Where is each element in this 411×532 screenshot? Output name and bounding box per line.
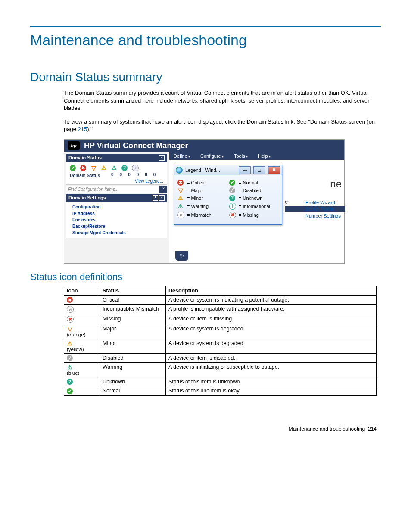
download-icon: [132, 165, 139, 171]
count-2: 0: [128, 172, 131, 178]
domain-status-label: Domain Status: [68, 172, 102, 179]
page-title-h1: Maintenance and troubleshooting: [30, 32, 381, 49]
collapse-icon-2[interactable]: -: [159, 195, 165, 201]
maximize-button[interactable]: ◻: [253, 166, 265, 174]
icon-cell: [64, 353, 100, 363]
top-rule: [30, 26, 381, 27]
critical-icon: [80, 165, 86, 171]
status-cell: Major: [100, 324, 166, 339]
th-icon: Icon: [64, 286, 100, 295]
critical-icon: [67, 297, 73, 303]
collapse-icon[interactable]: -: [159, 155, 165, 161]
bg-text-fragment: ne: [330, 178, 342, 190]
domain-settings-header-label: Domain Settings: [68, 195, 106, 200]
count-4: 0: [145, 172, 147, 178]
legend-label: = Unknown: [239, 196, 278, 201]
table-row: Incompatible/ MismatchA profile is incom…: [64, 305, 377, 314]
legend-titlebar[interactable]: Legend - Wind... — ◻ ✖: [174, 165, 282, 175]
status-cell: Disabled: [100, 353, 166, 363]
menu-configure[interactable]: Configure: [200, 153, 224, 159]
bg-text-fragment-2: e: [285, 199, 288, 205]
page-link-215[interactable]: 215: [78, 126, 87, 132]
domain-status-header[interactable]: Domain Status -: [66, 154, 167, 162]
icon-cell: [64, 314, 100, 324]
icon-cell: [64, 377, 100, 386]
normal-icon: [70, 165, 76, 171]
table-row: MissingA device or item is missing.: [64, 314, 377, 324]
domain-settings-header[interactable]: Domain Settings + -: [66, 194, 167, 202]
view-legend-link[interactable]: View Legend...: [68, 179, 165, 184]
disabled-icon: [67, 355, 73, 361]
paragraph-2b: ).": [87, 126, 93, 132]
status-cell: Critical: [100, 295, 166, 305]
critical-icon: [177, 180, 184, 186]
page-footer: Maintenance and troubleshooting 214: [30, 426, 381, 432]
icon-color-note: (blue): [67, 370, 97, 376]
menu-tools[interactable]: Tools: [234, 153, 248, 159]
footer-text: Maintenance and troubleshooting: [289, 426, 365, 432]
main-area: Define Configure Tools Help ne e Profile…: [169, 152, 344, 263]
major-icon: [177, 187, 184, 193]
sidebar-item-storage-mgmt[interactable]: Storage Mgmt Credentials: [72, 230, 167, 236]
status-cell: Incompatible/ Mismatch: [100, 305, 166, 314]
table-row: (yellow)MinorA device or system is degra…: [64, 339, 377, 354]
domain-status-header-label: Domain Status: [68, 155, 102, 160]
search-help-button[interactable]: ?: [159, 186, 167, 193]
description-cell: A device or system is degraded.: [166, 324, 377, 339]
th-description: Description: [166, 286, 377, 295]
description-cell: A device or system is indicating a poten…: [166, 295, 377, 305]
search-input[interactable]: Find Configuration Items...: [66, 186, 159, 193]
status-cell: Minor: [100, 339, 166, 354]
unknown-icon: [67, 379, 73, 385]
status-cell: Missing: [100, 314, 166, 324]
minor-icon: [177, 195, 184, 201]
mismatch-icon: [67, 306, 74, 313]
legend-window-title: Legend - Wind...: [185, 168, 236, 173]
missing-icon: [67, 316, 74, 323]
sidebar-item-ip-address[interactable]: IP Address: [72, 210, 167, 217]
missing-icon: [229, 212, 236, 218]
link-number-settings[interactable]: Number Settings: [305, 213, 341, 219]
description-cell: Status of this line item is okay.: [166, 386, 377, 396]
major-icon: [67, 326, 73, 332]
description-cell: A device or system is degraded.: [166, 339, 377, 354]
section-title-h2: Domain Status summary: [30, 70, 381, 84]
sidebar-item-configuration[interactable]: Configuration: [72, 204, 167, 210]
domain-status-panel: Domain Status 0 0 0 0 0 0 View Legend...: [66, 162, 167, 185]
paragraph-2: To view a summary of systems that have a…: [64, 118, 377, 133]
normal-icon: [229, 180, 235, 186]
ie-icon: [176, 167, 183, 174]
menu-help[interactable]: Help: [258, 153, 271, 159]
icon-cell: (blue): [64, 363, 100, 377]
paragraph-1: The Domain Status summary provides a cou…: [64, 89, 377, 112]
sidebar-item-enclosures[interactable]: Enclosures: [72, 217, 167, 223]
legend-label: = Critical: [187, 180, 227, 185]
close-button[interactable]: ✖: [268, 166, 280, 174]
unknown-icon: [121, 165, 128, 171]
icon-cell: [64, 295, 100, 305]
minimize-button[interactable]: —: [239, 166, 251, 174]
menu-define[interactable]: Define: [174, 153, 190, 159]
link-profile-wizard[interactable]: Profile Wizard: [305, 199, 341, 206]
link-server-profile[interactable]: Server Profile: [305, 206, 341, 212]
description-cell: Status of this item is unknown.: [166, 377, 377, 386]
mismatch-icon: [177, 212, 184, 218]
legend-grid: = Critical = Normal = Major = Disabled =…: [177, 180, 278, 218]
warning-icon: [67, 364, 73, 370]
legend-label: = Mismatch: [187, 212, 227, 218]
th-status: Status: [100, 286, 166, 295]
menu-bar: Define Configure Tools Help: [169, 152, 344, 160]
sidebar-item-backup-restore[interactable]: Backup/Restore: [72, 223, 167, 230]
status-cell: Unknown: [100, 377, 166, 386]
expand-icon[interactable]: +: [153, 195, 158, 201]
table-row: (blue)WarningA device is initializing or…: [64, 363, 377, 377]
legend-label: = Missing: [239, 212, 278, 218]
normal-icon: [67, 388, 73, 394]
icon-cell: (yellow): [64, 339, 100, 354]
minor-icon: [101, 165, 107, 171]
subsection-title-h3: Status icon definitions: [30, 271, 381, 283]
major-icon: [90, 165, 97, 171]
icon-color-note: (orange): [67, 332, 97, 337]
legend-label: = Major: [187, 188, 227, 193]
legend-window: Legend - Wind... — ◻ ✖ = Critical = Norm…: [174, 165, 282, 225]
